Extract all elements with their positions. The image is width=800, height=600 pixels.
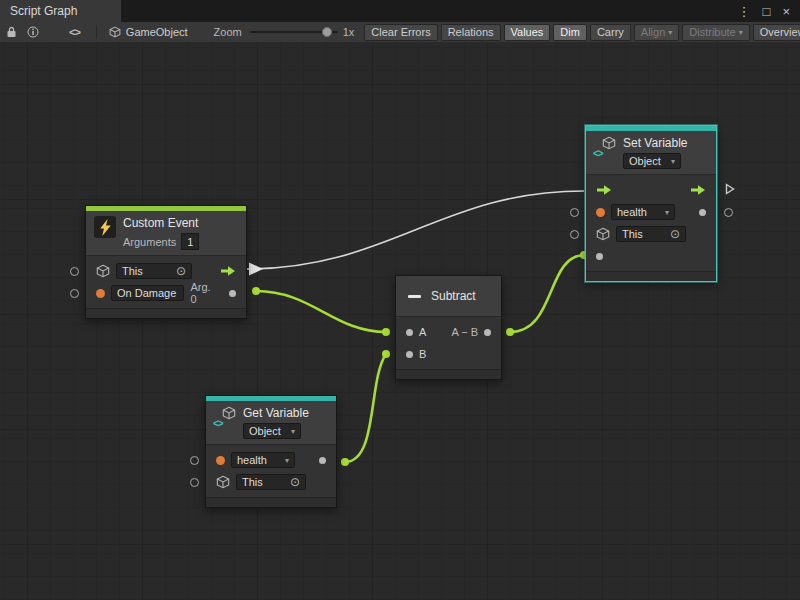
input-a-row: A A − B (396, 321, 501, 343)
variable-code-glyph: <> (593, 148, 603, 159)
values-toggle-button[interactable]: Values (504, 24, 551, 41)
input-a-label: A (419, 326, 426, 338)
target-input-port[interactable] (190, 478, 199, 487)
variable-name-row: health ▾ (586, 201, 716, 223)
target-input-port[interactable] (70, 267, 79, 276)
node-footer (86, 308, 246, 318)
string-port[interactable] (216, 456, 225, 465)
event-name-value: On Damage (117, 287, 176, 299)
node-header: <> Get Variable Object ▾ (206, 401, 336, 445)
gameobject-breadcrumb-button[interactable]: GameObject (109, 26, 188, 38)
zoom-slider[interactable] (250, 25, 338, 39)
arg0-output-port[interactable] (229, 290, 236, 297)
flow-output-port[interactable] (220, 265, 236, 277)
node-footer (396, 369, 501, 379)
variable-name-value: health (237, 454, 267, 466)
window-controls: ⋮ □ × (728, 0, 800, 22)
code-icon[interactable]: <> (69, 26, 80, 38)
cube-icon (96, 264, 110, 278)
flow-row (586, 179, 716, 201)
carry-toggle-button[interactable]: Carry (590, 24, 631, 41)
value-output-port[interactable] (319, 457, 326, 464)
subtract-icon (404, 286, 424, 306)
variable-name-dropdown[interactable]: health ▾ (611, 204, 675, 220)
node-title: Custom Event (123, 216, 199, 230)
flow-input-port[interactable] (596, 184, 612, 196)
node-get-variable[interactable]: <> Get Variable Object ▾ health ▾ (205, 395, 337, 508)
caret-down-icon: ▾ (668, 26, 672, 39)
overview-button[interactable]: Overview (753, 24, 800, 41)
object-picker-icon[interactable]: ⊙ (176, 265, 186, 277)
input-b-row: B (396, 343, 501, 365)
target-object-field[interactable]: This ⊙ (616, 226, 686, 242)
toolbar-separator (96, 25, 97, 39)
align-dropdown-button[interactable]: Align ▾ (634, 24, 679, 41)
variable-scope-dropdown[interactable]: Object ▾ (623, 153, 681, 169)
target-object-field[interactable]: This ⊙ (116, 263, 192, 279)
scope-value: Object (249, 425, 281, 437)
tab-bar: Script Graph ⋮ □ × (0, 0, 800, 22)
object-picker-icon[interactable]: ⊙ (670, 228, 680, 240)
lock-icon[interactable] (6, 26, 17, 38)
zoom-slider-handle[interactable] (322, 27, 332, 37)
flow-output-port-outer[interactable] (725, 183, 735, 197)
event-name-field[interactable]: On Damage (111, 285, 184, 301)
target-object-field[interactable]: This ⊙ (236, 474, 306, 490)
node-title: Set Variable (623, 136, 687, 150)
node-set-variable[interactable]: <> Set Variable Object ▾ (585, 125, 717, 282)
variable-name-dropdown[interactable]: health ▾ (231, 452, 295, 468)
arguments-count-input[interactable]: 1 (181, 233, 199, 250)
info-icon[interactable] (27, 26, 39, 38)
string-port[interactable] (96, 289, 105, 298)
target-row: This ⊙ (86, 260, 246, 282)
tab-script-graph[interactable]: Script Graph (0, 0, 121, 22)
caret-down-icon: ▾ (291, 427, 295, 436)
relations-button[interactable]: Relations (441, 24, 501, 41)
node-custom-event[interactable]: Custom Event Arguments 1 This ⊙ (85, 205, 247, 319)
variable-name-row: health ▾ (206, 449, 336, 471)
variable-name-value: health (617, 206, 647, 218)
node-footer (206, 497, 336, 507)
name-input-port[interactable] (570, 208, 579, 217)
distribute-dropdown-button[interactable]: Distribute ▾ (682, 24, 749, 41)
maximize-icon[interactable]: □ (763, 5, 771, 18)
gameobject-label: GameObject (126, 26, 188, 38)
cube-icon (216, 475, 230, 489)
name-input-port[interactable] (190, 456, 199, 465)
node-footer (586, 271, 716, 281)
value-output-port-outer[interactable] (724, 208, 733, 217)
new-value-input-port[interactable] (596, 253, 603, 260)
event-name-input-port[interactable] (70, 289, 79, 298)
menu-kebab-icon[interactable]: ⋮ (738, 5, 751, 18)
flow-output-port[interactable] (690, 184, 706, 196)
caret-down-icon: ▾ (671, 157, 675, 166)
variable-code-glyph: <> (213, 418, 223, 429)
input-b-port[interactable] (406, 351, 413, 358)
node-body: A A − B B (396, 317, 501, 369)
node-header: Custom Event Arguments 1 (86, 211, 246, 256)
target-object-value: This (622, 228, 643, 240)
target-row: This ⊙ (586, 223, 716, 245)
node-body: This ⊙ On Damage Arg. 0 (86, 256, 246, 308)
object-picker-icon[interactable]: ⊙ (290, 476, 300, 488)
value-output-port[interactable] (699, 209, 706, 216)
variable-scope-dropdown[interactable]: Object ▾ (243, 423, 301, 439)
align-label: Align (641, 26, 665, 39)
target-input-port[interactable] (570, 230, 579, 239)
value-wire-arg0-to-subtract-a (256, 291, 386, 332)
string-port[interactable] (596, 208, 605, 217)
result-output-port[interactable] (484, 329, 491, 336)
dim-toggle-button[interactable]: Dim (553, 24, 587, 41)
graph-canvas[interactable]: Custom Event Arguments 1 This ⊙ (0, 42, 800, 600)
variable-icon: <> (214, 406, 236, 428)
node-header: <> Set Variable Object ▾ (586, 131, 716, 175)
node-body: health ▾ This ⊙ (206, 445, 336, 497)
node-header: Subtract (396, 276, 501, 317)
clear-errors-button[interactable]: Clear Errors (364, 24, 437, 41)
close-icon[interactable]: × (782, 5, 790, 18)
node-subtract[interactable]: Subtract A A − B B (395, 275, 502, 380)
value-wire-subtract-to-setvariable (510, 255, 584, 332)
caret-down-icon: ▾ (665, 208, 669, 217)
new-value-row (586, 245, 716, 267)
input-a-port[interactable] (406, 329, 413, 336)
